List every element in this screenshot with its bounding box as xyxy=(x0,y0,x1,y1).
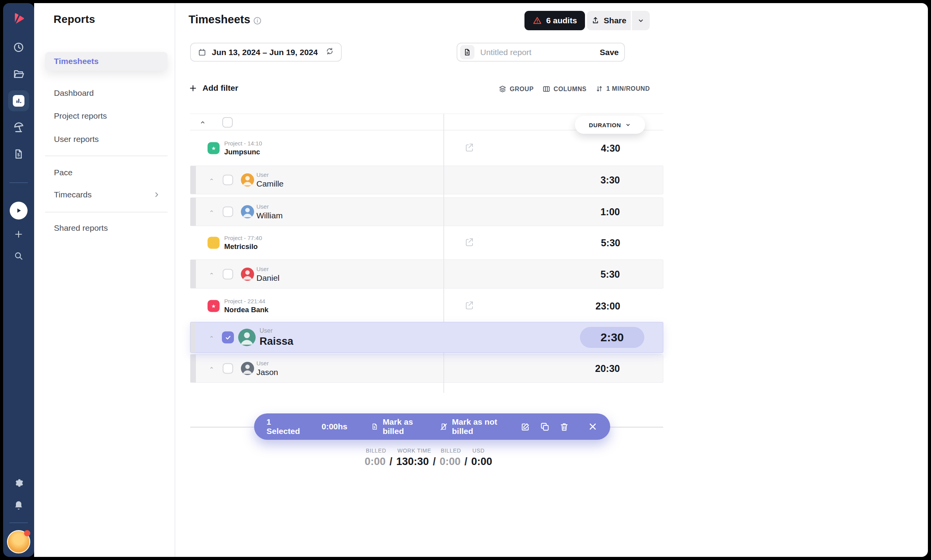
audits-button[interactable]: 6 audits xyxy=(524,11,585,30)
start-timer-button[interactable] xyxy=(10,202,28,220)
save-button[interactable]: Save xyxy=(600,48,619,57)
sidebar-item-project-reports[interactable]: Project reports xyxy=(54,111,107,121)
row-checkbox[interactable] xyxy=(223,269,233,279)
selected-hours: 0:00hs xyxy=(322,422,348,431)
profile-avatar[interactable] xyxy=(7,530,30,553)
bar-chart-icon xyxy=(14,97,23,105)
mark-billed-button[interactable]: $ Mark as billed xyxy=(371,417,427,436)
collapse-icon[interactable] xyxy=(209,176,214,183)
collapse-all-icon[interactable] xyxy=(199,119,206,127)
document-icon xyxy=(460,45,474,59)
collapse-icon[interactable] xyxy=(209,334,214,341)
nav-reports[interactable] xyxy=(8,90,29,111)
folder-open-icon xyxy=(13,68,24,80)
collapse-icon[interactable] xyxy=(209,271,214,278)
calendar-icon xyxy=(198,48,206,57)
external-link-icon[interactable] xyxy=(465,301,474,311)
project-color-icon: ★ xyxy=(208,142,220,154)
chevron-down-icon xyxy=(625,122,631,128)
billed-doc-icon: $ xyxy=(371,422,379,431)
sidebar-item-timesheets[interactable]: Timesheets xyxy=(45,52,168,71)
clock-icon xyxy=(13,41,24,53)
duplicate-button[interactable] xyxy=(540,422,550,432)
notifications-button[interactable] xyxy=(13,500,24,511)
duration-column-header[interactable]: DURATION xyxy=(575,116,645,134)
columns-icon xyxy=(542,85,550,93)
add-filter-button[interactable]: Add filter xyxy=(189,83,238,93)
logo-icon xyxy=(10,10,28,28)
mark-not-billed-button[interactable]: Mark as not billed xyxy=(440,417,509,436)
share-menu-button[interactable] xyxy=(632,11,650,30)
main-content: Reports Timesheets Dashboard Project rep… xyxy=(34,3,928,557)
app-logo[interactable] xyxy=(10,10,28,28)
edit-button[interactable] xyxy=(521,422,530,432)
summary-usd: USD 0:00 xyxy=(471,448,492,468)
share-button[interactable]: Share xyxy=(587,11,631,30)
row-checkbox[interactable] xyxy=(223,363,233,374)
nav-time-off[interactable] xyxy=(12,121,25,133)
date-range-picker[interactable]: Jun 13, 2024 – Jun 19, 2024 xyxy=(190,43,342,62)
settings-button[interactable] xyxy=(13,477,24,489)
group-button[interactable]: GROUP xyxy=(498,85,534,93)
columns-button[interactable]: COLUMNS xyxy=(542,85,587,93)
sidebar-item-timecards[interactable]: Timecards xyxy=(54,190,92,199)
table-row-user[interactable]: User Jason 20:30 xyxy=(190,354,663,383)
report-name-box: Save xyxy=(457,43,625,62)
avatar xyxy=(7,530,30,553)
sort-arrows-icon xyxy=(595,85,603,93)
select-all-checkbox[interactable] xyxy=(222,117,233,128)
plus-icon xyxy=(189,84,197,93)
svg-text:$: $ xyxy=(17,152,20,157)
row-checkbox[interactable] xyxy=(223,175,233,185)
row-checkbox[interactable] xyxy=(223,207,233,217)
duration-value: 1:00 xyxy=(600,206,620,218)
gear-icon xyxy=(13,477,24,489)
table-row-user[interactable]: User Daniel 5:30 xyxy=(190,259,663,289)
reports-sidebar: Reports Timesheets Dashboard Project rep… xyxy=(34,3,175,557)
summary-work-time: WORK TIME 130:30/ xyxy=(396,448,440,468)
delete-button[interactable] xyxy=(559,422,569,432)
trash-icon xyxy=(559,422,569,432)
project-color-icon: ★ xyxy=(208,300,220,312)
sidebar-item-dashboard[interactable]: Dashboard xyxy=(54,88,94,98)
user-name: Jason xyxy=(256,368,278,377)
search-icon xyxy=(14,251,24,261)
nav-invoices[interactable]: $ xyxy=(13,148,24,160)
sidebar-item-user-reports[interactable]: User reports xyxy=(54,135,99,144)
info-icon[interactable] xyxy=(253,16,262,27)
collapse-icon[interactable] xyxy=(209,365,214,372)
table-row-user-selected[interactable]: User Raissa 2:30 xyxy=(190,322,663,353)
sidebar-item-shared-reports[interactable]: Shared reports xyxy=(54,223,108,233)
external-link-icon[interactable] xyxy=(465,237,474,248)
nav-time-tracking[interactable] xyxy=(13,41,24,53)
table-row-user[interactable]: User Camille 3:30 xyxy=(190,166,663,194)
rounding-button[interactable]: 1 MIN/ROUND xyxy=(595,85,650,93)
bell-icon xyxy=(13,500,24,511)
close-selection-button[interactable] xyxy=(588,422,598,432)
report-name-input[interactable] xyxy=(479,47,600,57)
duration-value: 3:30 xyxy=(600,175,620,186)
summary-billed-2: BILLED 0:00/ xyxy=(440,448,471,468)
page-title: Timesheets xyxy=(189,13,250,26)
selected-count: 1 Selected xyxy=(266,417,300,436)
selection-action-bar: 1 Selected 0:00hs $ Mark as billed Mark … xyxy=(254,413,610,440)
nav-projects[interactable] xyxy=(13,68,24,80)
table-row-project[interactable]: ★ Project - 14:10 Jumpsunc 4:30 xyxy=(190,130,663,166)
search-button[interactable] xyxy=(14,251,24,261)
external-link-icon[interactable] xyxy=(465,143,474,153)
table-row-project[interactable]: ★ Project - 221:44 Nordea Bank 23:00 xyxy=(190,291,663,321)
collapse-icon[interactable] xyxy=(209,208,214,215)
refresh-icon[interactable] xyxy=(325,47,334,57)
avatar xyxy=(238,329,256,346)
project-name: Nordea Bank xyxy=(224,306,268,314)
add-button[interactable] xyxy=(14,229,24,239)
row-checkbox-checked[interactable] xyxy=(222,332,234,344)
warning-icon xyxy=(533,16,542,25)
user-name: Camille xyxy=(256,179,284,188)
sidebar-item-pace[interactable]: Pace xyxy=(54,168,73,177)
share-icon xyxy=(591,16,600,25)
table-row-user[interactable]: User William 1:00 xyxy=(190,197,663,226)
table-row-project[interactable]: Project - 77:40 Metricsilo 5:30 xyxy=(190,228,663,257)
totals-summary: BILLED 0:00/ WORK TIME 130:30/ BILLED 0:… xyxy=(365,448,492,468)
plus-icon xyxy=(14,229,24,239)
